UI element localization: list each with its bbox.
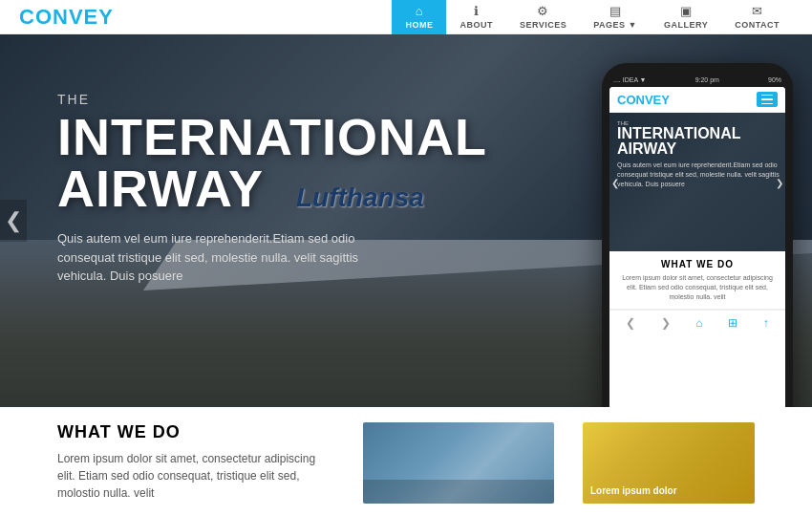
phone-what-section: WHAT WE DO Lorem ipsum dolor sit amet, c… (609, 251, 785, 310)
phone-time: 9:20 pm (695, 76, 719, 83)
phone-hero: THE INTERNATIONALAIRWAY Quis autem vel e… (609, 113, 785, 251)
phone-carrier: .... IDEA ▼ (613, 76, 647, 83)
bottom-image-2: Lorem ipsum dolor (583, 422, 755, 504)
nav-home[interactable]: ⌂ HOME (392, 0, 446, 34)
phone-bookmark-icon[interactable]: ⊞ (728, 316, 737, 330)
hero-section: Lufthansa THE INTERNATIONALAIRWAY Quis a… (0, 34, 812, 407)
phone-navbar: CONVEY (609, 87, 785, 113)
about-icon: ℹ (474, 4, 480, 18)
phone-what-desc: Lorem ipsum dolor sit amet, consectetur … (617, 273, 778, 301)
menu-line-1 (761, 95, 773, 96)
pages-icon: ▤ (609, 4, 622, 18)
what-we-do-block: WHAT WE DO Lorem ipsum dolor sit amet, c… (57, 422, 334, 501)
menu-line-2 (761, 98, 773, 99)
phone-status-bar: .... IDEA ▼ 9:20 pm 90% (609, 76, 785, 83)
phone-back-arrow[interactable]: ❮ (626, 316, 635, 330)
airline-label: Lufthansa (296, 183, 424, 213)
phone-menu-button[interactable] (757, 92, 778, 107)
nav-services[interactable]: ⚙ SERVICES (506, 0, 580, 34)
logo: CONVEY (19, 5, 392, 30)
services-icon: ⚙ (537, 4, 549, 18)
nav-contact[interactable]: ✉ CONTACT (721, 0, 793, 34)
what-we-do-description: Lorem ipsum dolor sit amet, consectetur … (57, 450, 334, 502)
phone-share-icon[interactable]: ↑ (763, 316, 769, 330)
hero-description: Quis autem vel eum iure reprehenderit.Et… (57, 229, 363, 286)
hero-prev-arrow[interactable]: ❮ (0, 200, 27, 242)
home-icon: ⌂ (416, 4, 423, 18)
what-we-do-title: WHAT WE DO (57, 422, 334, 442)
menu-line-3 (761, 103, 773, 104)
bottom-image-1 (363, 422, 554, 504)
nav-gallery-label: GALLERY (664, 20, 708, 30)
phone-hero-desc: Quis autem vel eum iure reprehenderit.Et… (617, 161, 785, 188)
navigation: ⌂ HOME ℹ ABOUT ⚙ SERVICES ▤ PAGES ▼ ▣ GA… (392, 0, 793, 34)
nav-home-label: HOME (405, 20, 433, 30)
phone-prev-arrow[interactable]: ❮ (611, 177, 619, 187)
gallery-icon: ▣ (680, 4, 693, 18)
contact-icon: ✉ (752, 4, 763, 18)
phone-hero-title: INTERNATIONALAIRWAY (617, 126, 785, 157)
nav-pages-label: PAGES ▼ (593, 20, 637, 30)
phone-hero-content: THE INTERNATIONALAIRWAY Quis autem vel e… (617, 120, 785, 188)
hero-pre-title: THE (57, 92, 420, 107)
phone-what-title: WHAT WE DO (617, 259, 778, 269)
phone-mockup: .... IDEA ▼ 9:20 pm 90% CONVEY THE INTER… (602, 63, 793, 407)
nav-pages[interactable]: ▤ PAGES ▼ (580, 0, 651, 34)
nav-contact-label: CONTACT (735, 20, 780, 30)
bottom-image2-label: Lorem ipsum dolor (590, 485, 677, 496)
phone-logo: CONVEY (617, 93, 670, 107)
bottom-section: WHAT WE DO Lorem ipsum dolor sit amet, c… (0, 407, 812, 516)
phone-bottom-nav: ❮ ❯ ⌂ ⊞ ↑ (609, 310, 785, 335)
phone-home-icon[interactable]: ⌂ (695, 316, 702, 330)
nav-services-label: SERVICES (520, 20, 566, 30)
phone-screen: CONVEY THE INTERNATIONALAIRWAY Quis aute… (609, 87, 785, 407)
nav-gallery[interactable]: ▣ GALLERY (651, 0, 721, 34)
nav-about-label: ABOUT (459, 20, 493, 30)
header: CONVEY ⌂ HOME ℹ ABOUT ⚙ SERVICES ▤ PAGES… (0, 0, 812, 34)
phone-next-arrow[interactable]: ❯ (776, 177, 783, 187)
phone-battery: 90% (768, 76, 781, 83)
nav-about[interactable]: ℹ ABOUT (446, 0, 506, 34)
phone-forward-arrow[interactable]: ❯ (661, 316, 671, 330)
